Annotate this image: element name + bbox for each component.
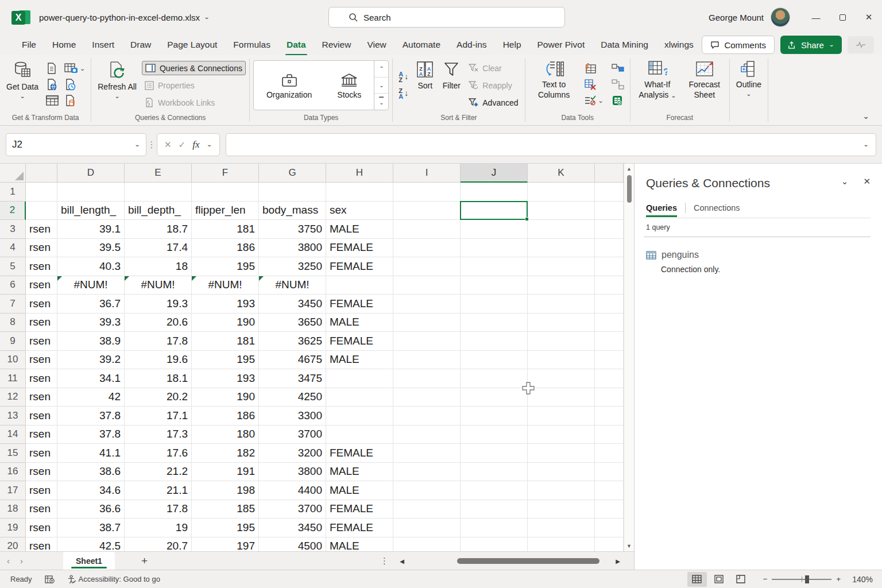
cell[interactable]: rsen xyxy=(26,388,57,407)
scroll-down-icon[interactable]: ▼ xyxy=(626,541,632,551)
ribbon-tab-power-pivot[interactable]: Power Pivot xyxy=(529,36,593,53)
cell[interactable]: 42 xyxy=(57,388,125,407)
queries-connections-button[interactable]: Queries & Connections xyxy=(142,61,246,75)
cell[interactable]: 195 xyxy=(192,257,259,276)
cell[interactable]: 40.3 xyxy=(57,257,125,276)
cell[interactable] xyxy=(461,481,528,500)
cell[interactable] xyxy=(595,276,624,295)
cell[interactable]: 19.6 xyxy=(125,351,192,370)
cell[interactable] xyxy=(192,183,259,202)
cell[interactable] xyxy=(393,202,461,220)
cell[interactable] xyxy=(528,481,595,500)
cell[interactable]: 4675 xyxy=(259,351,326,370)
sort-descending-button[interactable]: ZA↓ xyxy=(399,88,408,100)
column-header-H[interactable]: H xyxy=(326,164,393,183)
cell[interactable] xyxy=(528,314,595,332)
name-box[interactable]: J2 ⌄ xyxy=(6,133,146,156)
cell[interactable]: 181 xyxy=(192,220,259,239)
cell[interactable] xyxy=(393,537,461,552)
cell[interactable] xyxy=(461,407,528,425)
zoom-in-button[interactable]: + xyxy=(836,575,841,583)
ribbon-tab-automate[interactable]: Automate xyxy=(394,36,448,53)
properties-button[interactable]: Properties xyxy=(142,78,246,92)
gallery-up-button[interactable]: ⌃ xyxy=(374,61,388,78)
cell[interactable] xyxy=(595,519,624,537)
cell[interactable]: 4500 xyxy=(259,537,326,552)
cell[interactable]: rsen xyxy=(26,463,57,482)
query-item-penguins[interactable]: penguins Connection only. xyxy=(646,250,868,274)
row-header-2[interactable]: 2 xyxy=(0,202,26,220)
cell[interactable] xyxy=(595,257,624,276)
row-header-13[interactable]: 13 xyxy=(0,407,26,425)
column-header-K[interactable]: K xyxy=(528,164,595,183)
cell[interactable]: 3650 xyxy=(259,314,326,332)
cell[interactable] xyxy=(393,481,461,500)
row-header-5[interactable]: 5 xyxy=(0,257,26,276)
zoom-slider[interactable] xyxy=(772,579,831,580)
cell[interactable]: 17.6 xyxy=(125,444,192,463)
column-header-J[interactable]: J xyxy=(461,164,528,183)
cell[interactable] xyxy=(326,183,393,202)
cell[interactable]: 186 xyxy=(192,239,259,258)
ribbon-tab-draw[interactable]: Draw xyxy=(122,36,159,53)
column-header-E[interactable]: E xyxy=(125,164,192,183)
cell[interactable]: FEMALE xyxy=(326,444,393,463)
vertical-scroll-thumb[interactable] xyxy=(627,175,632,203)
ribbon-tab-xlwings[interactable]: xlwings xyxy=(656,36,702,53)
cell[interactable]: 3450 xyxy=(259,519,326,537)
cell[interactable]: 19 xyxy=(125,519,192,537)
cell[interactable] xyxy=(528,388,595,407)
cell[interactable]: MALE xyxy=(326,314,393,332)
scroll-right-icon[interactable]: ▶ xyxy=(613,558,622,564)
pane-options-chevron-icon[interactable]: ⌄ xyxy=(841,176,849,187)
cell[interactable] xyxy=(461,444,528,463)
stocks-data-type-button[interactable]: Stocks xyxy=(324,69,374,102)
column-header-F[interactable]: F xyxy=(192,164,259,183)
cell[interactable] xyxy=(393,500,461,519)
zoom-out-button[interactable]: − xyxy=(763,575,768,583)
row-header-1[interactable]: 1 xyxy=(0,183,26,202)
collapse-ribbon-button[interactable]: ⌄ xyxy=(862,111,869,121)
cell[interactable] xyxy=(259,183,326,202)
cell[interactable]: FEMALE xyxy=(326,332,393,351)
cell[interactable] xyxy=(528,463,595,482)
ribbon-tab-home[interactable]: Home xyxy=(44,36,84,53)
cell[interactable] xyxy=(528,257,595,276)
ribbon-tab-data[interactable]: Data xyxy=(278,36,314,53)
expand-formula-bar-icon[interactable]: ⌄ xyxy=(863,141,869,148)
cancel-entry-button[interactable]: ✕ xyxy=(164,140,172,150)
cell[interactable]: 191 xyxy=(192,463,259,482)
row-header-17[interactable]: 17 xyxy=(0,481,26,500)
cell[interactable]: 17.8 xyxy=(125,332,192,351)
cell[interactable] xyxy=(461,314,528,332)
cell[interactable]: 38.9 xyxy=(57,332,125,351)
from-picture-button[interactable]: ⌄ xyxy=(64,63,85,74)
cell[interactable] xyxy=(528,500,595,519)
cell[interactable]: 38.6 xyxy=(57,463,125,482)
row-header-3[interactable]: 3 xyxy=(0,220,26,239)
share-button[interactable]: Share ⌄ xyxy=(780,36,842,54)
get-data-button[interactable]: Get Data ⌄ xyxy=(2,58,42,113)
zoom-slider-thumb[interactable] xyxy=(805,575,809,583)
cell[interactable]: body_mass xyxy=(259,202,326,220)
cell[interactable]: MALE xyxy=(326,220,393,239)
sheet-tab-sheet1[interactable]: Sheet1 xyxy=(63,552,115,570)
cell[interactable] xyxy=(393,183,461,202)
cell[interactable] xyxy=(528,351,595,370)
cell[interactable]: 18 xyxy=(125,257,192,276)
ribbon-tab-data-mining[interactable]: Data Mining xyxy=(593,36,656,53)
cell[interactable]: 20.6 xyxy=(125,314,192,332)
cell[interactable]: #NUM! xyxy=(259,276,326,295)
cell[interactable] xyxy=(461,276,528,295)
text-to-columns-button[interactable]: Text to Columns xyxy=(528,58,581,113)
cell[interactable] xyxy=(461,463,528,482)
accessibility-status[interactable]: Accessibility: Good to go xyxy=(67,575,160,584)
cell[interactable] xyxy=(393,295,461,314)
cell[interactable]: 3700 xyxy=(259,425,326,444)
organization-data-type-button[interactable]: Organization xyxy=(254,69,324,102)
flash-fill-button[interactable] xyxy=(584,63,604,74)
cell[interactable]: 17.4 xyxy=(125,239,192,258)
cell[interactable] xyxy=(595,183,624,202)
cell[interactable]: rsen xyxy=(26,425,57,444)
clear-filter-button[interactable]: Clear xyxy=(466,61,521,75)
